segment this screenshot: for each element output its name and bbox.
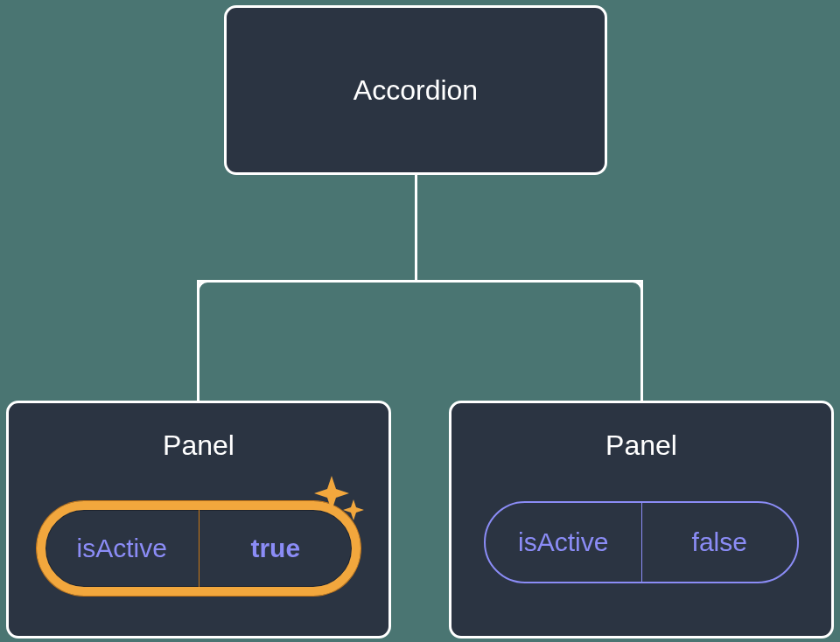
state-pill-inactive: isActive false [484, 501, 799, 583]
panel-node-right: Panel isActive false [449, 401, 834, 639]
connector-corner-left [197, 280, 214, 297]
connector-vertical [415, 175, 417, 280]
accordion-label: Accordion [354, 74, 478, 107]
prop-value: false [642, 503, 798, 582]
panel-label: Panel [606, 429, 677, 462]
panel-node-left: Panel isActive true [6, 401, 391, 639]
accordion-node: Accordion [224, 5, 607, 175]
sparkle-icon [310, 471, 371, 536]
prop-name: isActive [486, 503, 642, 582]
state-pill-active: isActive true [37, 501, 360, 596]
connector-right [640, 280, 643, 402]
panel-label: Panel [163, 429, 234, 462]
prop-name: isActive [46, 510, 200, 587]
connector-horizontal [197, 280, 643, 283]
connector-left [197, 280, 200, 402]
